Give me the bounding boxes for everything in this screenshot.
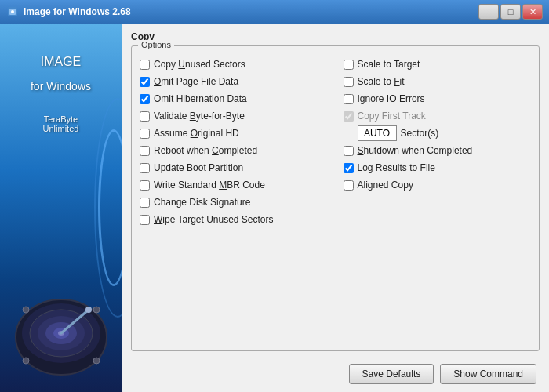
copy-label: Copy: [131, 31, 540, 42]
checkbox-wipe-unused[interactable]: [140, 215, 150, 225]
cb-row-scaletarget: Scale to Target: [344, 56, 532, 73]
checkbox-disk-signature[interactable]: [140, 198, 150, 208]
sector-row: Sector(s): [344, 125, 532, 142]
label-log-results[interactable]: Log Results to File: [358, 162, 435, 173]
cb-row-original: Assume Original HD: [140, 125, 328, 142]
checkbox-validate[interactable]: [140, 111, 150, 122]
cb-row-hibernation: Omit Hibernation Data: [140, 90, 328, 107]
disk-image: [0, 290, 122, 384]
label-wipe-unused[interactable]: Wipe Target Unused Sectors: [154, 214, 274, 225]
label-omit-hibernation[interactable]: Omit Hibernation Data: [154, 93, 247, 104]
label-original-hd[interactable]: Assume Original HD: [154, 128, 239, 139]
svg-point-11: [85, 307, 92, 313]
label-boot-partition[interactable]: Update Boot Partition: [154, 162, 243, 173]
cb-row-mbr: Write Standard MBR Code: [140, 176, 328, 194]
title-bar-buttons: — □ ✕: [478, 4, 543, 20]
checkbox-omit-pagefile[interactable]: [140, 77, 150, 87]
label-scale-target[interactable]: Scale to Target: [358, 59, 420, 70]
cb-row-validate: Validate Byte-for-Byte: [140, 107, 328, 125]
sector-label: Sector(s): [401, 128, 439, 139]
checkbox-original-hd[interactable]: [140, 129, 150, 139]
checkbox-mbr[interactable]: [140, 180, 150, 191]
label-aligned-copy[interactable]: Aligned Copy: [358, 180, 413, 191]
label-ignore-io[interactable]: Ignore IO Errors: [358, 93, 425, 104]
svg-point-14: [23, 358, 29, 364]
left-options: Copy Unused Sectors Omit Page File Data …: [140, 56, 328, 228]
dialog-content: IMAGE for Windows TeraByte Unlimited: [0, 24, 549, 392]
right-options: Scale to Target Scale to Fit Ignore IO E…: [344, 56, 532, 228]
checkbox-shutdown[interactable]: [344, 146, 354, 156]
cb-row-reboot: Reboot when Completed: [140, 142, 328, 159]
cb-row-wipe: Wipe Target Unused Sectors: [140, 211, 328, 228]
checkbox-scale-target[interactable]: [344, 60, 354, 70]
arc-decoration-2: [94, 98, 122, 318]
close-button[interactable]: ✕: [522, 4, 543, 20]
cb-row-copyfirst: Copy First Track: [344, 107, 532, 125]
cb-row-shutdown: Shutdown when Completed: [344, 142, 532, 159]
save-defaults-button[interactable]: Save Defaults: [349, 364, 434, 384]
cb-row-bootpart: Update Boot Partition: [140, 159, 328, 176]
right-panel: Copy Options Copy Unused Sectors Omit Pa…: [122, 24, 549, 392]
checkbox-aligned-copy[interactable]: [344, 180, 354, 191]
label-mbr[interactable]: Write Standard MBR Code: [154, 180, 265, 191]
label-omit-pagefile[interactable]: Omit Page File Data: [154, 76, 238, 87]
checkbox-scale-fit[interactable]: [344, 77, 354, 87]
app-icon: [6, 5, 19, 18]
options-legend: Options: [138, 40, 174, 49]
cb-row-disksig: Change Disk Signature: [140, 194, 328, 211]
options-grid: Copy Unused Sectors Omit Page File Data …: [140, 56, 531, 228]
company-name: TeraByte Unlimited: [43, 114, 79, 133]
cb-row-alignedcopy: Aligned Copy: [344, 176, 532, 194]
label-reboot[interactable]: Reboot when Completed: [154, 145, 257, 156]
svg-point-12: [23, 307, 29, 313]
checkbox-omit-hibernation[interactable]: [140, 94, 150, 104]
cb-row-pagefile: Omit Page File Data: [140, 73, 328, 90]
sector-input[interactable]: [358, 125, 397, 141]
cb-row-ignoreio: Ignore IO Errors: [344, 90, 532, 107]
label-shutdown[interactable]: Shutdown when Completed: [358, 145, 473, 156]
cb-row-unused: Copy Unused Sectors: [140, 56, 328, 73]
minimize-button[interactable]: —: [478, 4, 499, 20]
left-panel: IMAGE for Windows TeraByte Unlimited: [0, 24, 122, 392]
maximize-button[interactable]: □: [500, 4, 521, 20]
disk-svg: [10, 294, 112, 380]
label-disk-signature[interactable]: Change Disk Signature: [154, 197, 250, 208]
product-name: IMAGE for Windows: [31, 47, 91, 96]
label-scale-fit[interactable]: Scale to Fit: [358, 76, 405, 87]
checkbox-boot-partition[interactable]: [140, 163, 150, 173]
checkbox-copy-first-track: [344, 111, 354, 122]
cb-row-scalefit: Scale to Fit: [344, 73, 532, 90]
label-unused-sectors[interactable]: Copy Unused Sectors: [154, 59, 245, 70]
checkbox-unused-sectors[interactable]: [140, 60, 150, 70]
show-command-button[interactable]: Show Command: [440, 364, 536, 384]
action-buttons: Save Defaults Show Command: [131, 364, 540, 384]
options-group: Options Copy Unused Sectors Omit Page Fi…: [131, 45, 540, 351]
title-bar-text: Image for Windows 2.68: [24, 6, 478, 17]
title-bar: Image for Windows 2.68 — □ ✕: [0, 0, 549, 24]
label-validate[interactable]: Validate Byte-for-Byte: [154, 111, 245, 122]
svg-point-2: [11, 10, 14, 13]
checkbox-reboot[interactable]: [140, 146, 150, 156]
svg-point-15: [93, 358, 100, 364]
svg-point-13: [93, 307, 100, 313]
checkbox-ignore-io[interactable]: [344, 94, 354, 104]
checkbox-log-results[interactable]: [344, 163, 354, 173]
label-copy-first-track: Copy First Track: [358, 111, 426, 122]
cb-row-logresults: Log Results to File: [344, 159, 532, 176]
